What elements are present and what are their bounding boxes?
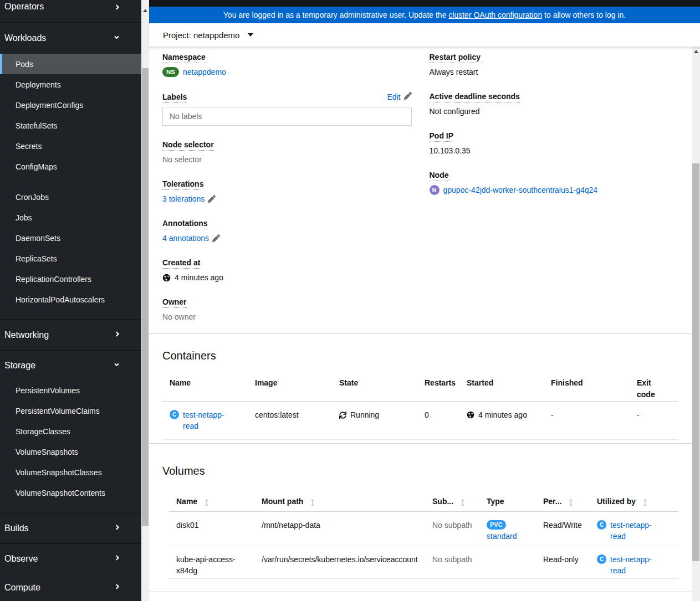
volume-name-cell: kube-api-access-x84dg	[169, 546, 254, 579]
nav-group-operators[interactable]: Operators	[0, 0, 141, 22]
pencil-icon[interactable]	[212, 234, 220, 242]
nav-group-label: Storage	[4, 359, 35, 372]
caret-down-icon	[248, 33, 253, 37]
detail-annotations: Annotations 4 annotations	[162, 219, 412, 244]
column-header-subpath[interactable]: Sub...	[425, 478, 479, 512]
content-scrollbar-thumb[interactable]	[692, 163, 699, 561]
namespace-link[interactable]: netappdemo	[183, 66, 226, 78]
container-link[interactable]: test-netapp-read	[183, 409, 227, 432]
sidebar-item-configmaps[interactable]: ConfigMaps	[0, 156, 141, 177]
sidebar-item-persistentvolumeclaims[interactable]: PersistentVolumeClaims	[0, 400, 141, 421]
container-image-cell: centos:latest	[248, 402, 332, 440]
sidebar-scrollbar-thumb[interactable]	[142, 68, 149, 526]
labels-label: Labels	[162, 93, 187, 103]
sidebar-item-replicasets[interactable]: ReplicaSets	[0, 248, 141, 269]
node-link[interactable]: gpupoc-42jdd-worker-southcentralus1-g4q2…	[443, 184, 598, 196]
volume-utilized-by-cell: C test-netapp-read	[590, 546, 678, 579]
nav-group-workloads[interactable]: Workloads	[0, 23, 141, 54]
sidebar-item-volumesnapshotcontents[interactable]: VolumeSnapshotContents	[0, 482, 141, 503]
admin-user-banner: You are logged in as a temporary adminis…	[149, 7, 700, 23]
chevron-right-icon	[115, 0, 120, 13]
node-label: Node	[430, 171, 449, 181]
container-state-value: Running	[350, 409, 379, 420]
column-header-image: Image	[248, 363, 332, 402]
volumes-section: Volumes Name Mount path Sub... Type Per.…	[149, 444, 692, 592]
nav-items-storage: PersistentVolumes PersistentVolumeClaims…	[0, 380, 141, 513]
scroll-up-arrow-icon[interactable]	[694, 50, 698, 53]
column-header-type[interactable]: Type	[479, 478, 536, 512]
column-header-name: Name	[162, 363, 248, 402]
sidebar-item-pods[interactable]: Pods	[0, 54, 141, 74]
container-state-cell: Running	[332, 402, 417, 440]
nav-group-storage[interactable]: Storage	[0, 351, 141, 380]
sidebar-item-deployments[interactable]: Deployments	[0, 74, 141, 95]
scroll-up-arrow-icon[interactable]	[143, 9, 147, 12]
sidebar-item-daemonsets[interactable]: DaemonSets	[0, 228, 141, 248]
annotations-label: Annotations	[162, 219, 208, 229]
sidebar-item-deploymentconfigs[interactable]: DeploymentConfigs	[0, 95, 141, 115]
sidebar-item-volumesnapshotclasses[interactable]: VolumeSnapshotClasses	[0, 462, 141, 482]
sort-icon[interactable]	[205, 498, 209, 510]
containers-section: Containers Name Image State Restarts Sta…	[149, 334, 692, 443]
nav-group-compute[interactable]: Compute	[0, 574, 141, 601]
detail-labels: Labels Edit No labels	[162, 92, 412, 126]
sync-running-icon	[339, 412, 346, 419]
sidebar-item-jobs[interactable]: Jobs	[0, 207, 141, 228]
volume-permissions-cell: Read/Write	[536, 512, 590, 546]
column-header-name[interactable]: Name	[169, 478, 254, 512]
column-header-restarts: Restarts	[417, 363, 459, 402]
sidebar-item-persistentvolumes[interactable]: PersistentVolumes	[0, 380, 141, 400]
containers-table: Name Image State Restarts Started Finish…	[162, 363, 678, 440]
nav-group-builds[interactable]: Builds	[0, 513, 141, 543]
nav-group-label: Networking	[4, 329, 49, 341]
created-at-value: 4 minutes ago	[175, 272, 223, 283]
sidebar-item-replicationcontrollers[interactable]: ReplicationControllers	[0, 269, 141, 289]
container-restarts-cell: 0	[417, 402, 459, 440]
volumes-table: Name Mount path Sub... Type Per... Utili…	[169, 478, 678, 579]
volume-utilized-by-cell: C test-netapp-read	[590, 512, 678, 546]
pod-details-content: Namespace NS netappdemo Labels Edit No l…	[149, 47, 692, 601]
nav-group-label: Observe	[4, 553, 38, 565]
nav-group-observe[interactable]: Observe	[0, 544, 141, 574]
sidebar-item-volumesnapshots[interactable]: VolumeSnapshots	[0, 441, 141, 462]
detail-owner: Owner No owner	[162, 297, 412, 322]
chevron-right-icon	[115, 523, 120, 533]
container-name-cell: C test-netapp-read	[162, 402, 248, 440]
sidebar-scrollbar[interactable]	[141, 0, 149, 601]
column-header-utilized-by[interactable]: Utilized by	[590, 478, 678, 512]
detail-active-deadline: Active deadline seconds Not configured	[430, 92, 679, 117]
node-selector-value: No selector	[162, 154, 412, 165]
sort-icon[interactable]	[310, 498, 315, 510]
containers-title: Containers	[162, 348, 678, 363]
chevron-down-icon	[113, 33, 120, 43]
sidebar-item-secrets[interactable]: Secrets	[0, 136, 141, 156]
cluster-oauth-configuration-link[interactable]: cluster OAuth configuration	[448, 11, 542, 19]
project-selector[interactable]: Project: netappdemo	[149, 23, 700, 47]
pencil-icon[interactable]	[208, 195, 216, 203]
owner-label: Owner	[162, 297, 187, 308]
sidebar-item-cronjobs[interactable]: CronJobs	[0, 187, 141, 207]
annotations-link[interactable]: 4 annotations	[162, 233, 209, 244]
globe-icon	[162, 274, 171, 282]
sidebar-item-statefulsets[interactable]: StatefulSets	[0, 115, 141, 136]
utilized-by-link[interactable]: test-netapp-read	[610, 520, 661, 542]
pvc-link[interactable]: standard	[487, 531, 518, 542]
volume-permissions-cell: Read-only	[536, 546, 590, 579]
edit-labels-button[interactable]: Edit	[387, 92, 411, 101]
column-header-mount-path[interactable]: Mount path	[254, 478, 425, 512]
sidebar-item-horizontalpodautoscalers[interactable]: HorizontalPodAutoscalers	[0, 289, 141, 310]
sort-icon[interactable]	[461, 498, 465, 510]
column-header-exit-code: Exit code	[630, 363, 678, 402]
nav-group-networking[interactable]: Networking	[0, 320, 141, 350]
sort-icon[interactable]	[569, 498, 573, 510]
column-header-started: Started	[459, 363, 544, 402]
sort-icon[interactable]	[643, 498, 647, 510]
sidebar-item-storageclasses[interactable]: StorageClasses	[0, 421, 141, 441]
labels-empty-box: No labels	[162, 107, 412, 126]
detail-pod-ip: Pod IP 10.103.0.35	[430, 131, 679, 156]
tolerations-link[interactable]: 3 tolerations	[162, 193, 205, 204]
column-header-permissions[interactable]: Per...	[536, 478, 590, 512]
utilized-by-link[interactable]: test-netapp-read	[610, 554, 661, 576]
content-scrollbar[interactable]	[692, 47, 700, 601]
container-exit-code-cell: -	[630, 402, 678, 440]
